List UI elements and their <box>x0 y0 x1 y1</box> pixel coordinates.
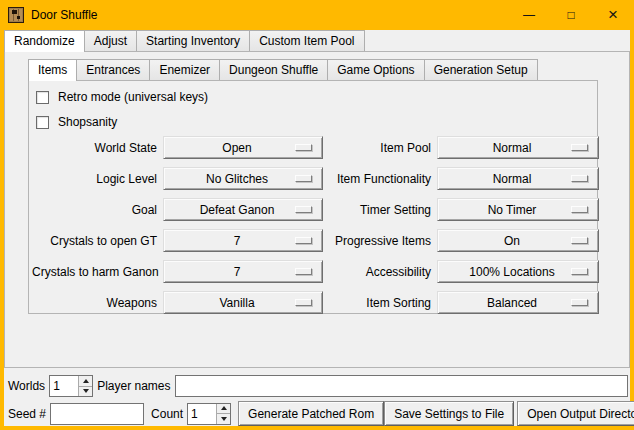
retro-mode-checkbox[interactable] <box>36 91 49 104</box>
timer-setting-label: Timer Setting <box>327 203 433 217</box>
weapons-dropdown[interactable]: Vanilla <box>163 291 323 314</box>
crystals-ganon-dropdown[interactable]: 7 <box>163 260 323 283</box>
subtab-label: Generation Setup <box>434 63 528 77</box>
items-tab-panel: Retro mode (universal keys) Shopsanity W… <box>28 80 598 314</box>
maximize-button[interactable]: □ <box>550 0 592 30</box>
arrow-down-icon <box>221 417 227 421</box>
weapons-label: Weapons <box>32 296 159 310</box>
arrow-up-icon <box>83 379 89 383</box>
subtab-game-options[interactable]: Game Options <box>327 59 424 80</box>
logic-level-label: Logic Level <box>32 172 159 186</box>
crystals-gt-value: 7 <box>234 234 241 248</box>
main-tab-bar: Randomize Adjust Starting Inventory Cust… <box>4 30 630 51</box>
tab-label: Starting Inventory <box>146 34 240 48</box>
dropdown-indicator-icon <box>295 144 312 151</box>
progressive-items-value: On <box>504 234 520 248</box>
tab-label: Adjust <box>94 34 127 48</box>
dropdown-indicator-icon <box>571 299 588 306</box>
tab-custom-item-pool[interactable]: Custom Item Pool <box>249 30 364 51</box>
dropdown-indicator-icon <box>295 206 312 213</box>
subtab-dungeon-shuffle[interactable]: Dungeon Shuffle <box>219 59 328 80</box>
dropdown-indicator-icon <box>295 299 312 306</box>
logic-level-value: No Glitches <box>206 172 268 186</box>
goal-label: Goal <box>32 203 159 217</box>
tab-randomize[interactable]: Randomize <box>4 30 85 52</box>
subtab-items[interactable]: Items <box>28 59 77 81</box>
item-pool-dropdown[interactable]: Normal <box>437 136 599 159</box>
sub-tab-bar: Items Entrances Enemizer Dungeon Shuffle… <box>28 59 629 80</box>
crystals-ganon-value: 7 <box>234 265 241 279</box>
window-controls: — □ × <box>508 0 634 30</box>
count-stepper-down[interactable] <box>217 413 230 424</box>
minimize-icon: — <box>523 8 535 22</box>
worlds-stepper-buttons <box>78 376 92 396</box>
item-functionality-value: Normal <box>493 172 532 186</box>
save-settings-button[interactable]: Save Settings to File <box>384 401 514 426</box>
subtab-label: Game Options <box>337 63 414 77</box>
open-output-directory-button[interactable]: Open Output Directory <box>517 401 634 426</box>
title-bar[interactable]: Door Shuffle — □ × <box>0 0 634 30</box>
progressive-items-label: Progressive Items <box>327 234 433 248</box>
dropdown-indicator-icon <box>571 237 588 244</box>
maximize-icon: □ <box>567 8 574 22</box>
player-names-input[interactable] <box>175 375 629 397</box>
subtab-label: Enemizer <box>159 63 210 77</box>
count-stepper-up[interactable] <box>217 404 230 414</box>
item-functionality-dropdown[interactable]: Normal <box>437 167 599 190</box>
dropdown-indicator-icon <box>295 175 312 182</box>
dropdown-indicator-icon <box>571 206 588 213</box>
seed-input[interactable] <box>50 403 144 425</box>
options-grid: World State Open Item Pool Normal Logic … <box>32 136 597 314</box>
subtab-label: Items <box>38 63 67 77</box>
shopsanity-label: Shopsanity <box>58 115 117 129</box>
retro-mode-checkbox-row[interactable]: Retro mode (universal keys) <box>36 90 597 104</box>
count-input[interactable] <box>188 404 216 424</box>
randomize-tab-panel: Items Entrances Enemizer Dungeon Shuffle… <box>4 51 630 368</box>
item-functionality-label: Item Functionality <box>327 172 433 186</box>
tab-label: Randomize <box>14 34 75 48</box>
item-sorting-value: Balanced <box>487 296 537 310</box>
crystals-gt-label: Crystals to open GT <box>32 234 159 248</box>
tab-adjust[interactable]: Adjust <box>84 30 137 51</box>
subtab-generation-setup[interactable]: Generation Setup <box>424 59 538 80</box>
world-state-dropdown[interactable]: Open <box>163 136 323 159</box>
seed-label: Seed # <box>8 407 46 421</box>
item-sorting-dropdown[interactable]: Balanced <box>437 291 599 314</box>
world-state-value: Open <box>222 141 251 155</box>
dropdown-indicator-icon <box>571 268 588 275</box>
dropdown-indicator-icon <box>295 237 312 244</box>
shopsanity-checkbox-row[interactable]: Shopsanity <box>36 115 597 129</box>
close-button[interactable]: × <box>592 0 634 30</box>
crystals-gt-dropdown[interactable]: 7 <box>163 229 323 252</box>
worlds-stepper-up[interactable] <box>79 376 92 386</box>
goal-dropdown[interactable]: Defeat Ganon <box>163 198 323 221</box>
app-window: Door Shuffle — □ × Randomize Adjust Star… <box>0 0 634 430</box>
crystals-ganon-label: Crystals to harm Ganon <box>32 265 159 279</box>
minimize-button[interactable]: — <box>508 0 550 30</box>
arrow-down-icon <box>83 389 89 393</box>
dropdown-indicator-icon <box>571 144 588 151</box>
accessibility-label: Accessibility <box>327 265 433 279</box>
count-label: Count <box>151 407 183 421</box>
goal-value: Defeat Ganon <box>200 203 275 217</box>
subtab-entrances[interactable]: Entrances <box>76 59 150 80</box>
tab-label: Custom Item Pool <box>259 34 354 48</box>
shopsanity-checkbox[interactable] <box>36 116 49 129</box>
accessibility-dropdown[interactable]: 100% Locations <box>437 260 599 283</box>
progressive-items-dropdown[interactable]: On <box>437 229 599 252</box>
timer-setting-dropdown[interactable]: No Timer <box>437 198 599 221</box>
item-pool-value: Normal <box>493 141 532 155</box>
arrow-up-icon <box>221 406 227 410</box>
door-icon <box>8 7 24 23</box>
generate-patched-rom-button[interactable]: Generate Patched Rom <box>238 401 384 426</box>
close-icon: × <box>608 5 618 25</box>
accessibility-value: 100% Locations <box>469 265 554 279</box>
worlds-stepper-down[interactable] <box>79 386 92 397</box>
tab-starting-inventory[interactable]: Starting Inventory <box>136 30 250 51</box>
timer-setting-value: No Timer <box>488 203 537 217</box>
logic-level-dropdown[interactable]: No Glitches <box>163 167 323 190</box>
player-names-label: Player names <box>97 379 170 393</box>
worlds-input[interactable] <box>50 376 78 396</box>
subtab-enemizer[interactable]: Enemizer <box>149 59 220 80</box>
count-stepper <box>187 403 231 425</box>
